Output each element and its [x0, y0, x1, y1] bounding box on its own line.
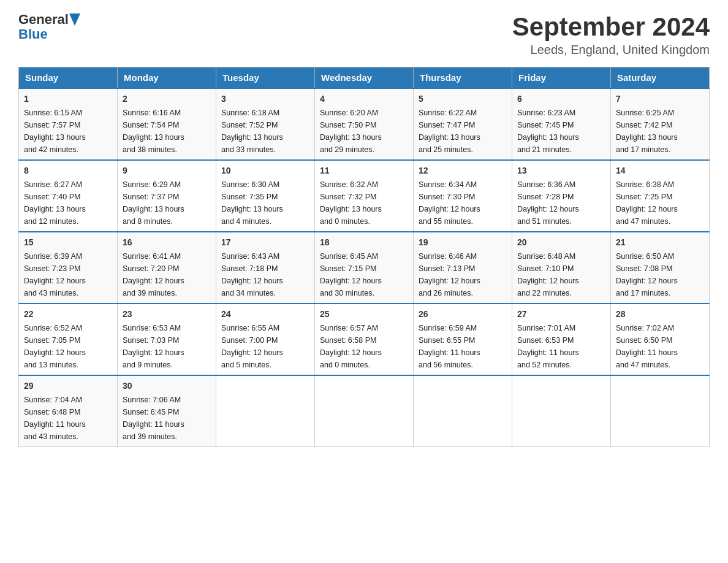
calendar-cell: 25 Sunrise: 6:57 AM Sunset: 6:58 PM Dayl… [315, 304, 414, 375]
day-info: Sunrise: 6:27 AM Sunset: 7:40 PM Dayligh… [24, 180, 86, 226]
calendar-week-row-4: 22 Sunrise: 6:52 AM Sunset: 7:05 PM Dayl… [19, 304, 710, 375]
day-number: 1 [24, 93, 112, 105]
calendar-cell [414, 375, 512, 447]
day-number: 15 [24, 236, 112, 249]
logo-blue-text: Blue [18, 27, 81, 42]
calendar-cell: 27 Sunrise: 7:01 AM Sunset: 6:53 PM Dayl… [512, 304, 611, 375]
day-number: 14 [616, 164, 704, 177]
calendar-week-row-1: 1 Sunrise: 6:15 AM Sunset: 7:57 PM Dayli… [19, 88, 710, 160]
calendar-cell: 22 Sunrise: 6:52 AM Sunset: 7:05 PM Dayl… [19, 304, 118, 375]
day-info: Sunrise: 6:36 AM Sunset: 7:28 PM Dayligh… [517, 180, 579, 226]
day-info: Sunrise: 6:32 AM Sunset: 7:32 PM Dayligh… [320, 180, 382, 226]
col-sunday: Sunday [19, 67, 118, 89]
day-number: 5 [419, 93, 507, 105]
day-number: 18 [320, 236, 408, 249]
day-number: 12 [419, 164, 507, 177]
col-friday: Friday [512, 67, 611, 89]
calendar-cell: 15 Sunrise: 6:39 AM Sunset: 7:23 PM Dayl… [19, 232, 118, 304]
calendar-cell: 24 Sunrise: 6:55 AM Sunset: 7:00 PM Dayl… [216, 304, 315, 375]
calendar-cell: 6 Sunrise: 6:23 AM Sunset: 7:45 PM Dayli… [512, 88, 611, 160]
calendar-cell [216, 375, 315, 447]
day-number: 27 [517, 308, 605, 321]
calendar-cell [315, 375, 414, 447]
day-info: Sunrise: 6:34 AM Sunset: 7:30 PM Dayligh… [419, 180, 480, 226]
calendar-cell: 28 Sunrise: 7:02 AM Sunset: 6:50 PM Dayl… [611, 304, 710, 375]
calendar-cell: 17 Sunrise: 6:43 AM Sunset: 7:18 PM Dayl… [216, 232, 315, 304]
calendar-cell: 12 Sunrise: 6:34 AM Sunset: 7:30 PM Dayl… [414, 160, 512, 232]
day-info: Sunrise: 6:50 AM Sunset: 7:08 PM Dayligh… [616, 252, 678, 297]
calendar-table: Sunday Monday Tuesday Wednesday Thursday… [18, 67, 710, 447]
day-number: 4 [320, 93, 408, 105]
page-header: General Blue September 2024 Leeds, Engla… [18, 12, 710, 57]
day-info: Sunrise: 6:52 AM Sunset: 7:05 PM Dayligh… [24, 324, 86, 369]
day-number: 22 [24, 308, 112, 321]
calendar-week-row-2: 8 Sunrise: 6:27 AM Sunset: 7:40 PM Dayli… [19, 160, 710, 232]
day-info: Sunrise: 6:38 AM Sunset: 7:25 PM Dayligh… [616, 180, 678, 226]
day-number: 16 [123, 236, 211, 249]
day-number: 26 [419, 308, 507, 321]
day-number: 11 [320, 164, 408, 177]
calendar-cell: 21 Sunrise: 6:50 AM Sunset: 7:08 PM Dayl… [611, 232, 710, 304]
day-info: Sunrise: 6:46 AM Sunset: 7:13 PM Dayligh… [419, 252, 480, 297]
day-number: 30 [123, 380, 211, 393]
day-number: 24 [221, 308, 309, 321]
calendar-cell: 14 Sunrise: 6:38 AM Sunset: 7:25 PM Dayl… [611, 160, 710, 232]
calendar-header-row: Sunday Monday Tuesday Wednesday Thursday… [19, 67, 710, 89]
day-number: 3 [221, 93, 309, 105]
day-number: 28 [616, 308, 704, 321]
calendar-cell: 7 Sunrise: 6:25 AM Sunset: 7:42 PM Dayli… [611, 88, 710, 160]
day-number: 29 [24, 380, 112, 393]
calendar-cell: 11 Sunrise: 6:32 AM Sunset: 7:32 PM Dayl… [315, 160, 414, 232]
day-number: 6 [517, 93, 605, 105]
day-info: Sunrise: 7:02 AM Sunset: 6:50 PM Dayligh… [616, 324, 678, 369]
day-number: 20 [517, 236, 605, 249]
calendar-cell: 26 Sunrise: 6:59 AM Sunset: 6:55 PM Dayl… [414, 304, 512, 375]
day-info: Sunrise: 6:41 AM Sunset: 7:20 PM Dayligh… [123, 252, 184, 297]
day-info: Sunrise: 6:39 AM Sunset: 7:23 PM Dayligh… [24, 252, 86, 297]
day-info: Sunrise: 7:06 AM Sunset: 6:45 PM Dayligh… [123, 396, 184, 441]
calendar-cell: 8 Sunrise: 6:27 AM Sunset: 7:40 PM Dayli… [19, 160, 118, 232]
day-info: Sunrise: 6:25 AM Sunset: 7:42 PM Dayligh… [616, 109, 678, 154]
day-info: Sunrise: 6:45 AM Sunset: 7:15 PM Dayligh… [320, 252, 382, 297]
calendar-cell: 18 Sunrise: 6:45 AM Sunset: 7:15 PM Dayl… [315, 232, 414, 304]
logo: General Blue [18, 12, 81, 42]
day-number: 7 [616, 93, 704, 105]
calendar-cell: 10 Sunrise: 6:30 AM Sunset: 7:35 PM Dayl… [216, 160, 315, 232]
day-number: 2 [123, 93, 211, 105]
calendar-cell: 4 Sunrise: 6:20 AM Sunset: 7:50 PM Dayli… [315, 88, 414, 160]
day-number: 23 [123, 308, 211, 321]
col-thursday: Thursday [414, 67, 512, 89]
day-number: 13 [517, 164, 605, 177]
day-number: 10 [221, 164, 309, 177]
calendar-week-row-3: 15 Sunrise: 6:39 AM Sunset: 7:23 PM Dayl… [19, 232, 710, 304]
col-tuesday: Tuesday [216, 67, 315, 89]
day-info: Sunrise: 6:22 AM Sunset: 7:47 PM Dayligh… [419, 109, 480, 154]
day-info: Sunrise: 6:23 AM Sunset: 7:45 PM Dayligh… [517, 109, 579, 154]
title-area: September 2024 Leeds, England, United Ki… [512, 12, 710, 57]
calendar-cell: 3 Sunrise: 6:18 AM Sunset: 7:52 PM Dayli… [216, 88, 315, 160]
calendar-cell: 20 Sunrise: 6:48 AM Sunset: 7:10 PM Dayl… [512, 232, 611, 304]
calendar-cell: 13 Sunrise: 6:36 AM Sunset: 7:28 PM Dayl… [512, 160, 611, 232]
day-info: Sunrise: 6:30 AM Sunset: 7:35 PM Dayligh… [221, 180, 283, 226]
month-title: September 2024 [512, 12, 710, 42]
day-number: 17 [221, 236, 309, 249]
day-info: Sunrise: 6:43 AM Sunset: 7:18 PM Dayligh… [221, 252, 283, 297]
day-info: Sunrise: 6:53 AM Sunset: 7:03 PM Dayligh… [123, 324, 184, 369]
day-info: Sunrise: 7:01 AM Sunset: 6:53 PM Dayligh… [517, 324, 579, 369]
col-wednesday: Wednesday [315, 67, 414, 89]
calendar-cell: 16 Sunrise: 6:41 AM Sunset: 7:20 PM Dayl… [118, 232, 216, 304]
day-number: 8 [24, 164, 112, 177]
calendar-cell: 19 Sunrise: 6:46 AM Sunset: 7:13 PM Dayl… [414, 232, 512, 304]
day-info: Sunrise: 6:29 AM Sunset: 7:37 PM Dayligh… [123, 180, 184, 226]
day-number: 21 [616, 236, 704, 249]
day-info: Sunrise: 6:55 AM Sunset: 7:00 PM Dayligh… [221, 324, 283, 369]
logo-arrow-icon [69, 13, 80, 26]
day-info: Sunrise: 6:59 AM Sunset: 6:55 PM Dayligh… [419, 324, 480, 369]
calendar-cell: 5 Sunrise: 6:22 AM Sunset: 7:47 PM Dayli… [414, 88, 512, 160]
day-number: 9 [123, 164, 211, 177]
day-info: Sunrise: 6:20 AM Sunset: 7:50 PM Dayligh… [320, 109, 382, 154]
col-saturday: Saturday [611, 67, 710, 89]
calendar-cell: 29 Sunrise: 7:04 AM Sunset: 6:48 PM Dayl… [19, 375, 118, 447]
svg-marker-0 [69, 13, 80, 26]
day-info: Sunrise: 6:18 AM Sunset: 7:52 PM Dayligh… [221, 109, 283, 154]
